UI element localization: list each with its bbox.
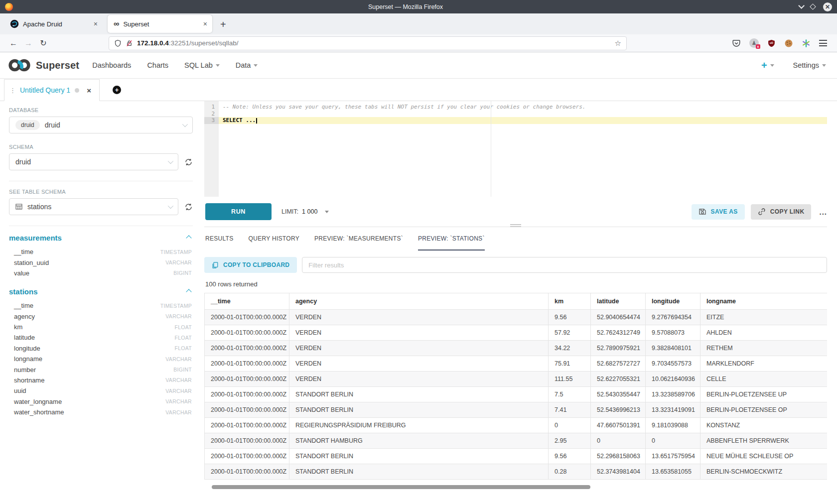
table-cell: 9.56: [549, 310, 591, 325]
url-bar[interactable]: 172.18.0.4:32251/superset/sqllab/ ☆: [109, 36, 627, 50]
minimize-icon[interactable]: [798, 2, 805, 9]
refresh-schema-icon[interactable]: [184, 158, 193, 166]
run-button[interactable]: RUN: [205, 203, 272, 220]
table-cell: 52.7624312749: [591, 325, 646, 341]
database-select[interactable]: druid druid: [9, 117, 193, 133]
result-tab[interactable]: PREVIEW: `STATIONS`: [418, 227, 485, 251]
caret-down-icon: [822, 64, 826, 67]
close-icon[interactable]: ✕: [823, 2, 832, 11]
table-cell: VERDEN: [289, 341, 549, 356]
result-tab[interactable]: QUERY HISTORY: [249, 227, 299, 251]
browser-tab-superset[interactable]: ∞ Superset ×: [108, 15, 212, 33]
caret-down-icon: [770, 64, 774, 67]
table-name[interactable]: measurements: [9, 234, 62, 242]
collapse-icon[interactable]: [186, 289, 191, 294]
tab-close-icon[interactable]: ×: [94, 20, 98, 27]
ublock-icon[interactable]: uO: [767, 39, 776, 48]
table-header-cell[interactable]: longname: [700, 293, 828, 310]
insecure-lock-icon[interactable]: [126, 39, 133, 47]
table-icon: [15, 203, 22, 210]
shield-icon[interactable]: [114, 39, 122, 47]
table-cell: BERLIN-PLOETZENSEE UP: [700, 387, 828, 402]
nav-item-data[interactable]: Data: [236, 61, 258, 69]
copy-to-clipboard-button[interactable]: COPY TO CLIPBOARD: [204, 257, 297, 273]
sql-editor[interactable]: 1 2 3 -- Note: Unless you save your quer…: [204, 101, 827, 197]
more-options-button[interactable]: ...: [819, 208, 827, 216]
column-type: FLOAT: [174, 345, 192, 351]
column-name: km: [14, 323, 22, 331]
superset-logo[interactable]: Superset: [7, 57, 79, 73]
table-cell: 13.3231419091: [646, 402, 700, 418]
nav-item-sql-lab[interactable]: SQL Lab: [184, 61, 220, 69]
add-query-tab-icon[interactable]: +: [113, 86, 121, 94]
query-tab-label[interactable]: Untitled Query 1: [20, 86, 70, 94]
copy-link-button[interactable]: COPY LINK: [751, 204, 812, 220]
column-row: latitudeFLOAT: [9, 332, 193, 343]
divider: [9, 181, 193, 181]
table-header-cell[interactable]: longitude: [646, 293, 700, 310]
bookmark-star-icon[interactable]: ☆: [615, 39, 621, 48]
reload-icon[interactable]: ↻: [36, 38, 51, 48]
table-header-cell[interactable]: agency: [289, 293, 549, 310]
menu-icon[interactable]: [819, 40, 827, 46]
cookie-extension-icon[interactable]: [784, 39, 793, 48]
result-tab[interactable]: RESULTS: [205, 227, 234, 251]
new-item-button[interactable]: +: [761, 60, 774, 70]
table-header-cell[interactable]: __time: [205, 293, 289, 310]
brand-name: Superset: [36, 60, 79, 71]
column-name: station_uuid: [14, 259, 49, 266]
back-icon[interactable]: ←: [6, 39, 21, 48]
pocket-icon[interactable]: [732, 39, 741, 48]
forward-icon[interactable]: →: [21, 39, 36, 48]
table-cell: 52.5430355447: [591, 387, 646, 402]
table-select[interactable]: stations: [9, 198, 178, 215]
settings-menu[interactable]: Settings: [793, 61, 826, 69]
table-section: stations__timeTIMESTAMPagencyVARCHARkmFL…: [9, 287, 193, 417]
table-section-header[interactable]: measurements: [9, 234, 193, 242]
column-name: longitude: [14, 345, 40, 352]
column-row: numberBIGINT: [9, 364, 193, 375]
account-extension-icon[interactable]: ♟x: [749, 38, 759, 48]
table-cell: 0: [646, 433, 700, 449]
table-section-header[interactable]: stations: [9, 287, 193, 296]
table-cell: 2000-01-01T00:00:00.000Z: [205, 402, 289, 418]
collapse-icon[interactable]: [186, 235, 191, 241]
table-cell: 52.5436996213: [591, 402, 646, 418]
h-scrollbar[interactable]: [204, 485, 827, 489]
table-header-cell[interactable]: latitude: [591, 293, 646, 310]
schema-select[interactable]: druid: [9, 153, 178, 170]
table-cell: 2000-01-01T00:00:00.000Z: [205, 372, 289, 387]
pane-splitter[interactable]: [204, 227, 827, 227]
table-header-cell[interactable]: km: [549, 293, 591, 310]
limit-dropdown[interactable]: LIMIT: 1 000: [281, 208, 329, 215]
nav-item-charts[interactable]: Charts: [147, 61, 168, 69]
url-text[interactable]: 172.18.0.4:32251/superset/sqllab/: [137, 39, 611, 47]
tab-close-icon[interactable]: ×: [203, 20, 207, 27]
query-tab[interactable]: ⋮ Untitled Query 1 ×: [4, 79, 100, 101]
new-tab-button[interactable]: +: [212, 19, 233, 34]
nav-item-dashboards[interactable]: Dashboards: [92, 61, 131, 69]
maximize-icon[interactable]: [810, 3, 816, 10]
table-row: 2000-01-01T00:00:00.000ZVERDEN75.9152.68…: [205, 356, 828, 372]
splitter-handle-icon[interactable]: [510, 224, 521, 227]
table-cell: 47.6607501391: [591, 418, 646, 433]
close-query-tab-icon[interactable]: ×: [87, 87, 91, 94]
column-row: __timeTIMESTAMP: [9, 247, 193, 257]
refresh-tables-icon[interactable]: [184, 203, 193, 211]
clipboard-icon: [212, 261, 219, 269]
save-as-button[interactable]: SAVE AS: [692, 204, 745, 220]
filter-results-input[interactable]: [302, 257, 827, 273]
result-tab[interactable]: PREVIEW: `MEASUREMENTS`: [314, 227, 403, 251]
table-cell: 13.653581055: [646, 464, 700, 480]
table-cell: 52.6227055321: [591, 372, 646, 387]
table-name[interactable]: stations: [9, 287, 38, 296]
table-cell: 52.9040654474: [591, 310, 646, 325]
column-row: kmFLOAT: [9, 322, 193, 332]
window-title: Superset — Mozilla Firefox: [13, 3, 798, 10]
h-scrollbar-thumb[interactable]: [212, 485, 590, 489]
browser-tab-druid[interactable]: Apache Druid ×: [4, 15, 103, 33]
table-cell: 52.3743981404: [591, 464, 646, 480]
drag-handle-icon[interactable]: ⋮: [9, 87, 15, 94]
database-pill: druid: [15, 120, 40, 130]
asterisk-extension-icon[interactable]: [802, 39, 811, 48]
